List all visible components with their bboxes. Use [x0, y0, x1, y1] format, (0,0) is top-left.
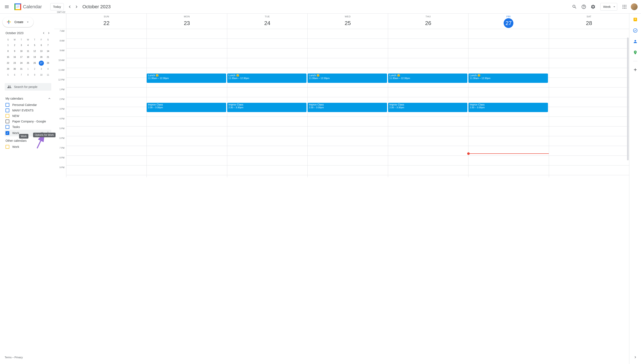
privacy-link[interactable]: Privacy: [15, 356, 23, 359]
hour-cell[interactable]: [66, 136, 147, 146]
day-column[interactable]: Lunch 😴11:30am – 12:30pmImprov Class2:30…: [388, 29, 468, 177]
hour-cell[interactable]: [549, 107, 629, 117]
mini-cal-day[interactable]: 8: [6, 49, 11, 54]
prev-week-button[interactable]: [66, 4, 73, 10]
hour-cell[interactable]: [227, 117, 307, 126]
mini-cal-day[interactable]: 11: [26, 49, 31, 54]
hour-cell[interactable]: [308, 88, 388, 97]
mini-cal-day[interactable]: 14: [45, 49, 51, 54]
hour-cell[interactable]: [549, 166, 629, 175]
contacts-button[interactable]: [631, 37, 639, 46]
mini-cal-day[interactable]: 2: [12, 43, 17, 48]
mini-cal-day[interactable]: 1: [6, 43, 11, 48]
hour-cell[interactable]: [388, 39, 468, 48]
hour-cell[interactable]: [147, 117, 227, 126]
hour-cell[interactable]: [147, 29, 227, 39]
event-improv[interactable]: Improv Class2:30 – 3:30pm: [308, 103, 387, 112]
hour-cell[interactable]: [308, 48, 388, 58]
mini-cal-day[interactable]: 7: [19, 72, 24, 78]
account-avatar[interactable]: [631, 4, 637, 10]
hour-cell[interactable]: [549, 146, 629, 156]
calendar-checkbox[interactable]: [6, 120, 9, 123]
hour-cell[interactable]: [66, 156, 147, 166]
day-column[interactable]: Lunch 😴11:30am – 12:30pmImprov Class2:30…: [227, 29, 307, 177]
hour-cell[interactable]: [549, 136, 629, 146]
mini-cal-day[interactable]: 7: [45, 43, 51, 48]
hour-cell[interactable]: [147, 156, 227, 166]
hour-cell[interactable]: [147, 166, 227, 175]
hour-cell[interactable]: [308, 136, 388, 146]
today-button[interactable]: Today: [50, 3, 64, 10]
hour-cell[interactable]: [308, 58, 388, 68]
hour-cell[interactable]: [468, 88, 548, 97]
hour-cell[interactable]: [549, 48, 629, 58]
mini-cal-next[interactable]: [46, 30, 51, 36]
mini-cal-day[interactable]: 21: [45, 55, 51, 60]
hour-cell[interactable]: [227, 39, 307, 48]
day-number[interactable]: 25: [343, 18, 352, 28]
day-number[interactable]: 22: [102, 18, 111, 28]
event-lunch[interactable]: Lunch 😴11:30am – 12:30pm: [468, 74, 548, 83]
mini-cal-day[interactable]: 29: [6, 66, 11, 72]
mini-cal-prev[interactable]: [41, 30, 46, 36]
hour-cell[interactable]: [388, 48, 468, 58]
settings-button[interactable]: [589, 2, 597, 11]
hour-cell[interactable]: [66, 117, 147, 126]
hour-cell[interactable]: [147, 88, 227, 97]
create-button[interactable]: Create: [3, 17, 34, 27]
hour-cell[interactable]: [66, 39, 147, 48]
mini-cal-day[interactable]: 10: [19, 49, 24, 54]
hour-cell[interactable]: [227, 146, 307, 156]
mini-cal-day[interactable]: 24: [19, 60, 24, 66]
mini-cal-day[interactable]: 5: [6, 72, 11, 78]
hour-cell[interactable]: [388, 88, 468, 97]
hour-cell[interactable]: [388, 136, 468, 146]
hour-cell[interactable]: [388, 58, 468, 68]
search-people-input[interactable]: Search for people: [5, 83, 51, 91]
mini-cal-day[interactable]: 4: [26, 43, 31, 48]
hour-cell[interactable]: [468, 166, 548, 175]
hour-cell[interactable]: [468, 146, 548, 156]
hour-cell[interactable]: [549, 117, 629, 126]
day-number[interactable]: 26: [423, 18, 433, 28]
mini-cal-day[interactable]: 4: [45, 66, 51, 72]
hour-cell[interactable]: [549, 156, 629, 166]
hour-cell[interactable]: [66, 146, 147, 156]
calendar-checkbox[interactable]: [6, 145, 9, 149]
hour-cell[interactable]: [549, 68, 629, 78]
mini-cal-day[interactable]: 1: [26, 66, 31, 72]
event-improv[interactable]: Improv Class2:30 – 3:30pm: [147, 103, 226, 112]
day-column[interactable]: [66, 29, 147, 177]
hour-cell[interactable]: [66, 107, 147, 117]
hour-cell[interactable]: [147, 136, 227, 146]
hour-cell[interactable]: [308, 146, 388, 156]
scrollbar[interactable]: [626, 29, 629, 364]
support-button[interactable]: [579, 2, 588, 11]
calendar-checkbox[interactable]: [6, 108, 9, 112]
mini-cal-day[interactable]: 22: [6, 60, 11, 66]
hour-cell[interactable]: [388, 146, 468, 156]
hour-cell[interactable]: [308, 126, 388, 136]
day-number[interactable]: 27: [504, 18, 513, 28]
day-number[interactable]: 28: [584, 18, 594, 28]
calendar-checkbox[interactable]: [6, 114, 9, 118]
get-addons-button[interactable]: [631, 66, 639, 74]
hour-cell[interactable]: [549, 126, 629, 136]
hour-cell[interactable]: [308, 39, 388, 48]
mini-cal-day[interactable]: 25: [26, 60, 31, 66]
mini-cal-day[interactable]: 11: [45, 72, 51, 78]
event-improv[interactable]: Improv Class2:30 – 3:30pm: [227, 103, 307, 112]
day-column[interactable]: Lunch 😴11:30am – 12:30pmImprov Class2:30…: [468, 29, 548, 177]
hour-cell[interactable]: [227, 29, 307, 39]
maps-button[interactable]: [631, 48, 639, 57]
mini-cal-day[interactable]: 8: [26, 72, 31, 78]
calendar-scroll[interactable]: 7 AM8 AM9 AM10 AM11 AM12 PM1 PM2 PM3 PM4…: [54, 29, 629, 364]
hour-cell[interactable]: [308, 117, 388, 126]
calendar-checkbox[interactable]: [6, 125, 9, 129]
mini-cal-day[interactable]: 17: [19, 55, 24, 60]
hour-cell[interactable]: [468, 136, 548, 146]
event-improv[interactable]: Improv Class2:30 – 3:30pm: [388, 103, 467, 112]
calendar-checkbox[interactable]: [6, 131, 9, 135]
mini-cal-day[interactable]: 6: [12, 72, 17, 78]
hour-cell[interactable]: [147, 39, 227, 48]
